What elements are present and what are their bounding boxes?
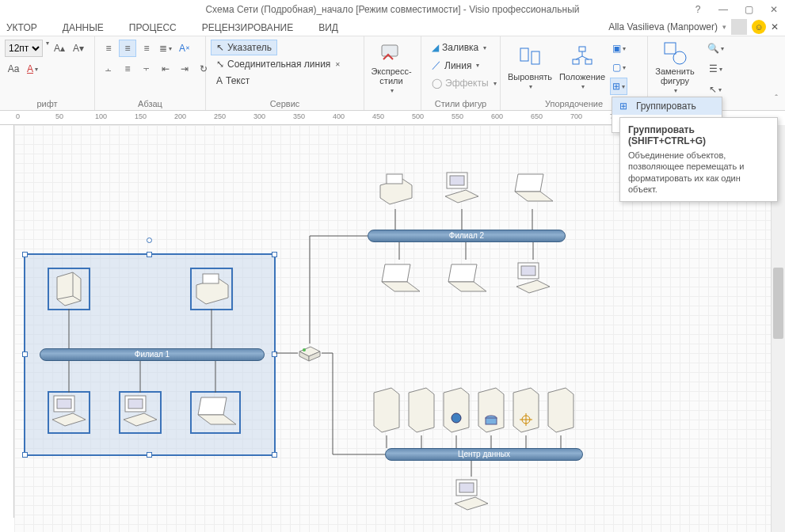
- group-button-icon[interactable]: ⊞▾: [610, 78, 627, 95]
- shape-laptop1[interactable]: [192, 393, 239, 432]
- collapse-ribbon-icon[interactable]: ˆ: [771, 93, 782, 104]
- minimize-icon[interactable]: —: [715, 2, 731, 17]
- increase-font-icon[interactable]: A▴: [51, 40, 68, 57]
- avatar[interactable]: [731, 19, 747, 35]
- shape-dc-server-2[interactable]: [404, 386, 439, 435]
- express-styles-button[interactable]: Экспресс- стили▾: [369, 40, 413, 95]
- selection-box[interactable]: Филиал 1: [24, 253, 276, 456]
- group-font: 12пт ▾ A▴ A▾ Aa A▾ рифт: [0, 36, 95, 110]
- group-shape-styles: ◢Заливка▾ ／Линия▾ ◯Эффекты▾ Стили фигур: [421, 36, 501, 110]
- ribbon-tabs: УКТОР ДАННЫЕ ПРОЦЕСС РЕЦЕНЗИРОВАНИЕ ВИД …: [0, 19, 785, 36]
- decrease-font-icon[interactable]: A▾: [70, 40, 87, 57]
- datacenter-bar[interactable]: Центр данных: [385, 448, 583, 461]
- align-center-icon[interactable]: ≡: [119, 40, 136, 57]
- help-icon[interactable]: ?: [690, 2, 706, 17]
- svg-marker-48: [516, 280, 550, 293]
- svg-line-7: [576, 56, 582, 59]
- shape-b2-printer[interactable]: [375, 169, 415, 209]
- svg-marker-57: [444, 388, 469, 432]
- svg-marker-45: [448, 282, 486, 291]
- svg-point-10: [673, 51, 686, 64]
- select-icon[interactable]: ↖▾: [707, 81, 724, 98]
- bring-front-icon[interactable]: ▣▾: [610, 40, 627, 57]
- shape-pc1[interactable]: [49, 393, 89, 432]
- find-icon[interactable]: 🔍▾: [707, 40, 724, 57]
- replace-shape-button[interactable]: Заменить фигуру▾: [653, 40, 697, 95]
- shape-dc-server-4[interactable]: [474, 386, 509, 435]
- user-name[interactable]: Alla Vasilieva (Manpower): [608, 21, 718, 32]
- send-back-icon[interactable]: ▢▾: [610, 59, 627, 76]
- tab-process[interactable]: ПРОЦЕСС: [126, 21, 180, 35]
- svg-rect-9: [665, 43, 676, 54]
- ruler-vertical: [0, 125, 14, 518]
- group-icon: ⊞: [617, 101, 630, 112]
- shape-b2-pc-bottom[interactable]: [513, 260, 553, 299]
- tooltip-title: Группировать (SHIFT+CTRL+G): [628, 124, 769, 146]
- svg-rect-3: [579, 47, 585, 51]
- app-close-icon[interactable]: ✕: [771, 21, 779, 32]
- shape-b2-laptop-1[interactable]: [375, 260, 423, 299]
- effects-button[interactable]: ◯Эффекты▾: [426, 75, 502, 91]
- connector-tool[interactable]: ⤡Соединительная линия✕: [211, 56, 346, 72]
- tab-view[interactable]: ВИД: [315, 21, 341, 35]
- svg-rect-4: [573, 59, 579, 64]
- svg-point-33: [303, 348, 306, 352]
- font-color-icon[interactable]: A▾: [24, 60, 41, 78]
- close-icon[interactable]: ✕: [766, 2, 782, 17]
- align-button[interactable]: Выровнять▾: [505, 40, 554, 95]
- position-button[interactable]: Положение▾: [558, 40, 607, 95]
- text-tool[interactable]: AТекст: [211, 73, 255, 89]
- fill-button[interactable]: ◢Заливка▾: [426, 40, 492, 55]
- tab-review[interactable]: РЕЦЕНЗИРОВАНИЕ: [199, 21, 296, 35]
- tooltip-body: Объединение объектов, позволяющее переме…: [628, 150, 769, 195]
- shape-printer[interactable]: [192, 269, 231, 309]
- shape-dc-server-6[interactable]: [543, 386, 578, 435]
- tab-constructor[interactable]: УКТОР: [3, 21, 40, 35]
- align-top-icon[interactable]: ⫠: [100, 60, 117, 78]
- tooltip: Группировать (SHIFT+CTRL+G) Объединение …: [619, 117, 778, 202]
- svg-marker-39: [445, 190, 478, 203]
- feedback-icon[interactable]: ☺: [752, 20, 766, 34]
- shape-dc-server-5[interactable]: [509, 386, 543, 435]
- svg-marker-19: [52, 413, 86, 426]
- shape-dc-pc[interactable]: [452, 477, 491, 516]
- group-express-styles: Экспресс- стили▾: [364, 36, 421, 110]
- group-service: ↖Указатель ⤡Соединительная линия✕ AТекст…: [206, 36, 364, 110]
- font-size-select[interactable]: 12пт: [5, 40, 43, 57]
- line-button[interactable]: ／Линия▾: [426, 56, 485, 74]
- branch2-bar[interactable]: Филиал 2: [368, 230, 566, 242]
- position-icon: [570, 45, 595, 70]
- shape-b2-laptop-2[interactable]: [442, 260, 490, 299]
- svg-marker-59: [478, 388, 504, 432]
- bullets-icon[interactable]: ≣▾: [157, 40, 174, 57]
- align-right-icon[interactable]: ≡: [138, 40, 155, 57]
- effects-icon: ◯: [432, 78, 442, 89]
- svg-rect-36: [387, 174, 402, 184]
- shape-b2-pc[interactable]: [442, 169, 482, 209]
- change-case-icon[interactable]: Aa: [5, 60, 22, 78]
- shape-pc2[interactable]: [120, 393, 160, 432]
- shape-router[interactable]: [298, 344, 322, 363]
- align-bottom-icon[interactable]: ⫟: [138, 60, 155, 78]
- branch1-bar[interactable]: Филиал 1: [40, 348, 265, 361]
- pointer-tool[interactable]: ↖Указатель: [211, 40, 277, 55]
- svg-marker-56: [409, 388, 434, 432]
- shape-dc-server-3[interactable]: [439, 386, 474, 435]
- layers-icon[interactable]: ☰▾: [707, 60, 724, 78]
- align-middle-icon[interactable]: ≡: [119, 60, 136, 78]
- shape-server[interactable]: [49, 269, 89, 309]
- tab-data[interactable]: ДАННЫЕ: [59, 21, 107, 35]
- svg-rect-18: [57, 399, 71, 408]
- shape-b2-laptop-top[interactable]: [509, 169, 556, 209]
- clear-format-icon[interactable]: A✕: [176, 40, 193, 57]
- express-styles-icon: [379, 40, 404, 65]
- restore-icon[interactable]: ▢: [741, 2, 756, 17]
- increase-indent-icon[interactable]: ⇥: [176, 60, 193, 78]
- group-service-label: Сервис: [211, 99, 359, 108]
- shape-dc-server-1[interactable]: [369, 386, 404, 435]
- decrease-indent-icon[interactable]: ⇤: [157, 60, 174, 78]
- menu-group[interactable]: ⊞ Группировать: [612, 97, 722, 115]
- connector-icon: ⤡: [216, 59, 224, 70]
- pointer-icon: ↖: [216, 42, 224, 53]
- align-left-icon[interactable]: ≡: [100, 40, 117, 57]
